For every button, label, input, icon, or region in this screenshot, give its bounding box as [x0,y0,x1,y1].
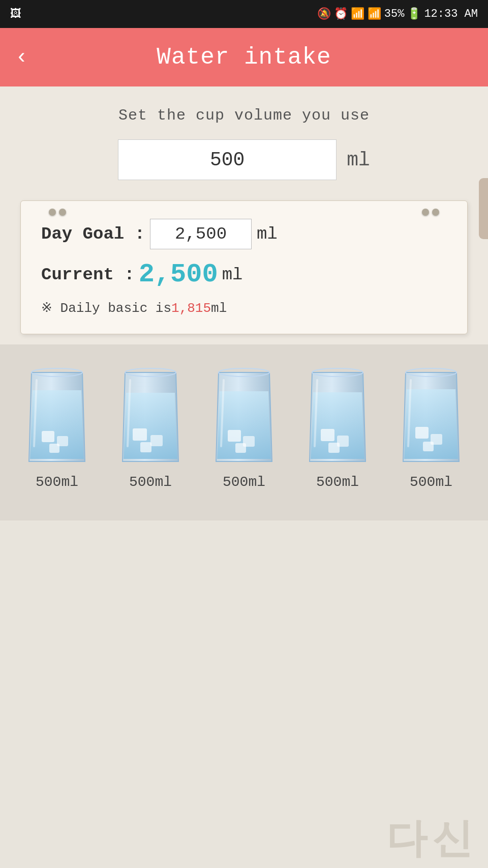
pin-top-left [49,209,56,216]
svg-rect-5 [150,435,163,446]
day-goal-input[interactable] [150,219,252,249]
mute-icon: 🔕 [317,7,331,21]
notepad-card: Day Goal : ml Current : 2,500 ml ※ Daily… [20,200,468,334]
svg-rect-6 [140,442,151,452]
svg-rect-2 [49,444,59,453]
watermark: 다신 [386,812,478,866]
current-label: Current : [41,265,135,284]
main-content: Set the cup volume you use 500 ml Day Go… [0,86,488,344]
day-goal-unit: ml [257,224,278,244]
pin-top-left2 [59,209,66,216]
scroll-indicator[interactable] [479,178,488,239]
svg-rect-16 [415,427,429,439]
page-title: Water intake [157,44,331,71]
current-value: 2,500 [139,259,218,290]
status-right: 🔕 ⏰ 📶 📶 35% 🔋 12:33 AM [317,7,478,21]
signal-icon: 📶 [368,7,381,21]
gallery-icon: 🖼 [10,7,21,21]
glass-item-4[interactable]: 500ml [299,365,376,490]
glass-item-2[interactable]: 500ml [112,365,189,490]
alarm-icon: ⏰ [334,7,348,21]
svg-rect-10 [235,443,246,453]
glass-label-1: 500ml [36,474,78,490]
svg-rect-12 [321,429,334,441]
glass-label-5: 500ml [410,474,452,490]
glass-item-3[interactable]: 500ml [206,365,282,490]
glasses-row: 500ml [10,365,478,490]
glass-image-4 [299,365,376,467]
svg-rect-8 [228,430,241,442]
status-bar: 🖼 🔕 ⏰ 📶 📶 35% 🔋 12:33 AM [0,0,488,28]
header: ‹ Water intake [0,28,488,86]
back-button[interactable]: ‹ [15,45,28,70]
daily-note: ※ Daily basic is1,815ml [41,300,447,316]
glass-label-3: 500ml [223,474,265,490]
svg-rect-14 [328,443,340,453]
cup-volume-input[interactable]: 500 [118,139,337,180]
glass-item-5[interactable]: 500ml [393,365,469,490]
glass-item-1[interactable]: 500ml [19,365,95,490]
glass-image-2 [112,365,189,467]
svg-rect-0 [42,431,54,442]
wifi-icon: 📶 [351,7,364,21]
battery-text: 35% [384,8,405,20]
subtitle: Set the cup volume you use [15,107,473,124]
glass-image-3 [206,365,282,467]
volume-row: 500 ml [15,139,473,180]
svg-rect-4 [133,428,147,441]
daily-basic-value: 1,815 [171,301,211,316]
daily-note-text: ※ Daily basic is [41,301,171,316]
current-row: Current : 2,500 ml [41,259,447,290]
glass-label-2: 500ml [129,474,172,490]
time-display: 12:33 AM [424,8,478,20]
lower-content: 다신 [0,520,488,868]
glass-image-1 [19,365,95,467]
daily-unit: ml [211,301,227,316]
volume-unit: ml [347,149,370,171]
glass-label-4: 500ml [316,474,359,490]
current-unit: ml [222,265,243,284]
day-goal-label: Day Goal : [41,224,145,244]
status-left: 🖼 [10,7,21,21]
glass-image-5 [393,365,469,467]
svg-rect-18 [423,442,434,451]
pin-top-right2 [432,209,439,216]
battery-icon: 🔋 [407,7,421,21]
glasses-section: 500ml [0,344,488,520]
day-goal-row: Day Goal : ml [41,219,447,249]
pin-top-right [422,209,429,216]
